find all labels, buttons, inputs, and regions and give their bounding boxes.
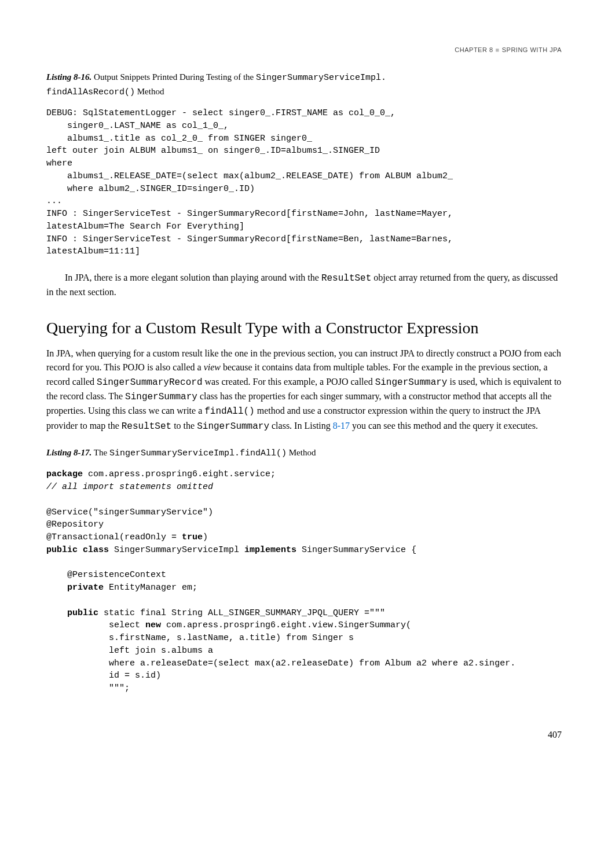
listing-8-16-caption: Listing 8-16. Output Snippets Printed Du…	[46, 71, 562, 99]
code-listing-8-17: package com.apress.prospring6.eight.serv…	[46, 468, 562, 695]
code-listing-8-16: DEBUG: SqlStatementLogger - select singe…	[46, 107, 562, 258]
listing-desc: Output Snippets Printed During Testing o…	[46, 72, 386, 96]
page-header: CHAPTER 8■SPRING WITH JPA	[46, 46, 562, 53]
paragraph-1: In JPA, there is a more elegant solution…	[46, 271, 562, 299]
page-number: 407	[46, 730, 562, 740]
listing-8-17-link[interactable]: 8-17	[333, 421, 350, 431]
listing-desc: The SingerSummaryServiceImpl.findAll() M…	[94, 448, 316, 457]
listing-8-17-caption: Listing 8-17. The SingerSummaryServiceIm…	[46, 446, 562, 461]
listing-label: Listing 8-17.	[46, 448, 91, 457]
chapter-title: SPRING WITH JPA	[502, 46, 562, 53]
chapter-label: CHAPTER 8	[455, 46, 493, 53]
section-heading: Querying for a Custom Result Type with a…	[46, 319, 562, 337]
separator-icon: ■	[496, 46, 500, 53]
listing-label: Listing 8-16.	[46, 72, 91, 82]
section-body-paragraph: In JPA, when querying for a custom resul…	[46, 347, 562, 433]
